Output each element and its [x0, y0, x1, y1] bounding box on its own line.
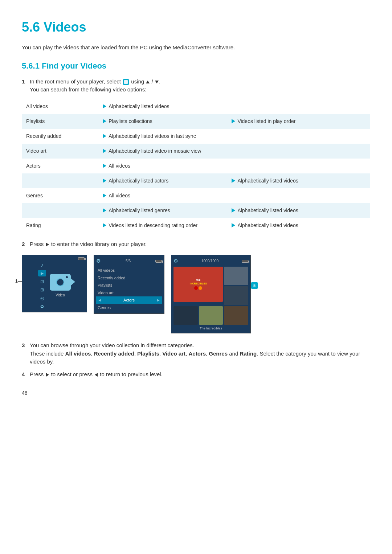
camera-lens — [56, 278, 64, 286]
step-4-end: to return to previous level. — [100, 371, 163, 377]
table-cell-right — [227, 159, 370, 173]
arrow-icon — [103, 208, 106, 213]
table-cell-right: Alphabetically listed videos — [227, 173, 370, 188]
table-cell-left: Recently added — [22, 129, 98, 144]
step-1-text-before: In the root menu of your player, select — [30, 78, 121, 85]
battery-cap-2 — [162, 260, 163, 263]
step-2-block: 2 Press to enter the video library on yo… — [22, 240, 370, 249]
step-4-number: 4 — [22, 370, 30, 379]
small-thumb-3 — [173, 306, 198, 325]
table-cell-right: Videos listed in play order — [227, 114, 370, 129]
camera-dot — [66, 276, 68, 278]
char-2 — [199, 286, 202, 290]
video-menu-icon — [123, 79, 129, 85]
battery-icon-3 — [242, 260, 248, 263]
counter-screenshot-3: 1000/1000 — [201, 258, 219, 264]
table-cell-left: Video art — [22, 144, 98, 159]
top-bar-2: ⚙ 5/6 — [96, 257, 162, 265]
down-arrow-icon — [155, 81, 159, 83]
menu-item: Recently added — [96, 274, 162, 282]
table-row: Playlists Playlists collections Videos l… — [22, 114, 370, 129]
menu-item: Video art — [96, 289, 162, 297]
arrow-icon — [103, 193, 106, 198]
step-4-press: Press — [30, 371, 44, 377]
table-cell-mid: Videos listed in descending rating order — [98, 218, 227, 233]
menu-item: All videos — [96, 267, 162, 274]
top-bar-1 — [24, 257, 85, 260]
arrow-icon — [103, 164, 106, 168]
menu-item: Genres — [96, 304, 162, 312]
step-1-sub: You can search from the following video … — [30, 86, 146, 93]
step-3-number: 3 — [22, 341, 30, 350]
table-row: Recently added Alphabetically listed vid… — [22, 129, 370, 144]
top-bar-3: ⚙ 1000/1000 — [173, 257, 248, 265]
thumb-title-label: The Incredibles — [173, 326, 248, 331]
table-cell-left: Actors — [22, 159, 98, 173]
battery-icon — [78, 257, 85, 260]
settings-icon: ✿ — [38, 303, 46, 310]
step-2-press: Press — [30, 241, 44, 247]
incredibles-title-bottom: INCREDIBLES — [189, 282, 207, 286]
step-3-content: You can browse through your video collec… — [30, 341, 370, 366]
play-icon — [46, 243, 49, 246]
table-cell-left: Rating — [22, 218, 98, 233]
small-thumb-5 — [224, 306, 248, 325]
menu-list: All videos Recently added Playlists Vide… — [96, 267, 162, 311]
battery-cap-3 — [248, 260, 249, 263]
small-thumb-4 — [199, 306, 223, 325]
step-1-text-using: using — [131, 78, 144, 85]
menu-item-text: Actors — [123, 297, 135, 303]
menu-item: Playlists — [96, 282, 162, 289]
gear-icon-screenshot-3: ⚙ — [173, 257, 178, 265]
arrow-icon — [232, 223, 235, 227]
table-cell-right — [227, 129, 370, 144]
table-cell-right: Alphabetically listed videos — [227, 218, 370, 233]
table-cell-right: Alphabetically listed videos — [227, 203, 370, 218]
intro-text: You can play the videos that are loaded … — [22, 44, 370, 52]
arrow-icon — [103, 119, 106, 123]
menu-item-left-arrow: ◄ — [98, 297, 102, 303]
step-2-number: 2 — [22, 240, 30, 249]
table-cell-right — [227, 188, 370, 203]
table-cell-mid: Alphabetically listed video in mosaic vi… — [98, 144, 227, 159]
step-1-block: 1 In the root menu of your player, selec… — [22, 78, 370, 94]
incredibles-thumb: THE INCREDIBLES — [173, 267, 223, 302]
thumb-grid: THE INCREDIBLES — [173, 267, 248, 325]
step-4-block: 4 Press to select or press to return to … — [22, 370, 370, 379]
page-counter-screenshot: 5/6 — [126, 258, 131, 264]
table-row: Alphabetically listed actors Alphabetica… — [22, 173, 370, 188]
arrow-icon — [103, 134, 106, 138]
page-title: 5.6 Videos — [22, 17, 370, 37]
step-2-text: to enter the video library on your playe… — [51, 241, 147, 247]
photo-icon: ⊡ — [38, 278, 46, 285]
table-row: Alphabetically listed genres Alphabetica… — [22, 203, 370, 218]
step-3-intro-text: You can browse through your video collec… — [30, 342, 194, 348]
table-cell-left: Playlists — [22, 114, 98, 129]
step-4-content: Press to select or press to return to pr… — [30, 370, 370, 379]
video-camera-body — [50, 274, 71, 291]
small-thumb-2 — [224, 286, 248, 305]
podcast-icon: ⊞ — [38, 287, 46, 293]
table-cell-mid: Alphabetically listed videos — [98, 99, 227, 114]
table-row: Rating Videos listed in descending ratin… — [22, 218, 370, 233]
table-cell-mid: Alphabetically listed actors — [98, 173, 227, 188]
table-cell-mid: Alphabetically listed genres — [98, 203, 227, 218]
screenshot-3: ⚙ 1000/1000 THE INCREDIBLES — [171, 255, 251, 333]
screenshot-1-container: 1— ♪ ▶ ⊡ ⊞ ◎ — [22, 255, 87, 312]
music-icon: ♪ — [38, 262, 46, 268]
step-3-bold-text: These include All videos, Recently added… — [30, 350, 258, 357]
arrow-icon — [232, 208, 235, 213]
step-3-block: 3 You can browse through your video coll… — [22, 341, 370, 366]
subsection-title: 5.6.1 Find your Videos — [22, 60, 370, 72]
camera-arrow — [71, 278, 75, 286]
table-cell-mid: Alphabetically listed videos in last syn… — [98, 129, 227, 144]
step-5-indicator: 5 — [251, 282, 258, 289]
menu-content: ♪ ▶ ⊡ ⊞ ◎ ✿ — [24, 262, 85, 310]
table-cell-mid: All videos — [98, 188, 227, 203]
step-1-number: 1 — [22, 78, 30, 86]
incredibles-title-top: THE — [189, 279, 207, 282]
battery-cap — [85, 258, 86, 260]
arrow-icon — [232, 119, 235, 123]
step-2-content: Press to enter the video library on your… — [30, 240, 370, 249]
step-1-content: In the root menu of your player, select … — [30, 78, 370, 94]
